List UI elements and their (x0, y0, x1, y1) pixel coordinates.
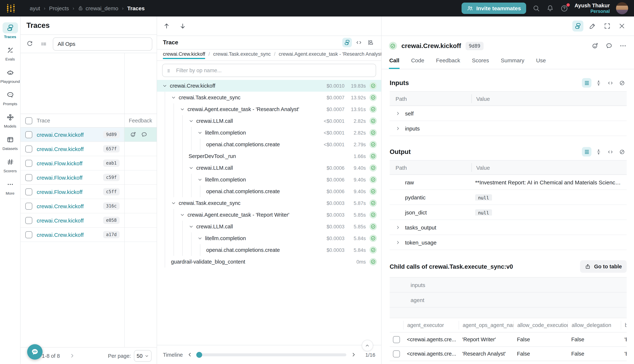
chevron-down-icon[interactable] (162, 83, 168, 88)
chevron-down-icon[interactable] (180, 107, 186, 112)
tree-view-icon[interactable] (572, 20, 583, 32)
col-allow-code-execution[interactable]: allow_code_execution (513, 321, 568, 330)
table-row[interactable]: crewai.Crew.kickoff e058 (21, 213, 157, 228)
table-row[interactable]: crewai.Flow.kickoff eab1 (21, 156, 157, 170)
sidebar-item-models[interactable]: Models (0, 109, 20, 131)
row-checkbox[interactable] (25, 131, 32, 138)
trace-tree-row[interactable]: crewai.Task.execute_sync $0.0003 5.87s (157, 197, 381, 209)
chevron-down-icon[interactable] (171, 200, 177, 206)
chevron-right-icon[interactable] (396, 225, 401, 230)
inputs-row-inputs[interactable]: inputs (390, 121, 627, 136)
tab-code[interactable]: Code (411, 56, 425, 69)
arrow-down-icon[interactable] (179, 22, 186, 30)
comment-icon[interactable] (605, 42, 613, 50)
table-row[interactable]: crewai.Flow.kickoff c5ff (21, 185, 157, 199)
code-view-icon[interactable] (605, 78, 615, 88)
breadcrumb-section[interactable]: Projects (49, 5, 69, 11)
go-to-table-button[interactable]: Go to table (580, 260, 627, 273)
output-row-json-dict[interactable]: json_dict null (390, 205, 627, 220)
code-view-icon[interactable] (605, 147, 615, 156)
chevron-down-icon[interactable] (197, 177, 203, 182)
trace-tree-row[interactable]: guardrail-validate_blog_content 0ms (157, 256, 381, 268)
flame-graph-icon[interactable] (366, 38, 375, 47)
sidebar-item-scorers[interactable]: Scorers (0, 154, 20, 176)
row-checkbox[interactable] (393, 336, 400, 343)
wandb-logo-icon[interactable] (6, 3, 16, 13)
chevron-down-icon[interactable] (180, 212, 186, 217)
expand-vertical-icon[interactable] (594, 147, 603, 156)
kebab-menu-icon[interactable] (619, 42, 627, 50)
fullscreen-icon[interactable] (602, 20, 613, 32)
arrow-up-icon[interactable] (163, 22, 170, 30)
sidebar-item-traces[interactable]: Traces (0, 20, 20, 42)
trace-tree-row[interactable]: litellm.completion <$0.0001 2.82s (157, 127, 381, 138)
raw-value[interactable]: **Investment Report: AI in Chemical and … (471, 179, 627, 185)
table-row[interactable]: crewai.Crew.kickoff 9d89 (21, 128, 157, 142)
chevron-down-icon[interactable] (189, 165, 194, 170)
hide-icon[interactable] (617, 78, 627, 88)
table-row[interactable]: crewai.Crew.kickoff 657f (21, 142, 157, 156)
output-row-raw[interactable]: raw **Investment Report: AI in Chemical … (390, 175, 627, 190)
sidebar-item-playground[interactable]: Playground (0, 64, 20, 86)
sidebar-item-more[interactable]: More (0, 176, 20, 198)
invite-teammates-button[interactable]: Invite teammates (462, 2, 526, 14)
trace-tree-row[interactable]: litellm.completion $0.0003 5.84s (157, 232, 381, 244)
list-view-icon[interactable] (582, 78, 591, 88)
chat-bubble-button[interactable] (27, 344, 43, 360)
op-filter-input[interactable] (175, 67, 372, 74)
table-row[interactable]: crewai.Flow.kickoff c59f (21, 170, 157, 185)
trace-crumb-tab[interactable]: crewai.Crew.kickoff (163, 50, 205, 59)
row-checkbox[interactable] (25, 202, 32, 210)
search-icon[interactable] (532, 4, 540, 12)
close-icon[interactable] (616, 20, 627, 32)
columns-filter-icon[interactable] (39, 39, 49, 48)
trace-crumb-tab[interactable]: crewai.Agent.execute_task - 'Research An… (279, 50, 381, 57)
sidebar-item-prompts[interactable]: Prompts (0, 86, 20, 109)
help-icon[interactable] (560, 4, 568, 12)
trace-tree-row[interactable]: crewai.LLM.call $0.0003 5.85s (157, 221, 381, 232)
emoji-add-icon[interactable] (591, 42, 599, 50)
tree-view-icon[interactable] (342, 38, 352, 47)
timeline-slider-thumb[interactable] (196, 352, 202, 358)
trace-tree-row[interactable]: crewai.Task.execute_sync $0.0007 13.92s (157, 92, 381, 103)
tab-feedback[interactable]: Feedback (436, 56, 461, 69)
col-backstory[interactable]: b (621, 321, 627, 330)
col-agent-executor[interactable]: agent_executor (403, 321, 459, 330)
chevron-right-icon[interactable] (396, 126, 401, 131)
user-menu[interactable]: Ayush Thakur Personal (574, 2, 610, 14)
select-all-checkbox[interactable] (25, 117, 32, 124)
trace-crumb-tab[interactable]: crewai.Task.execute_sync (213, 50, 271, 57)
chevron-down-icon[interactable] (197, 130, 203, 135)
trace-tree-row[interactable]: crewai.LLM.call $0.0006 9.40s (157, 162, 381, 174)
row-checkbox[interactable] (393, 350, 400, 357)
trace-tree-row[interactable]: crewai.Crew.kickoff $0.0010 19.83s (157, 80, 381, 92)
row-checkbox[interactable] (25, 160, 32, 166)
chevron-right-icon[interactable] (396, 240, 401, 245)
refresh-icon[interactable] (25, 39, 35, 48)
row-checkbox[interactable] (25, 145, 32, 152)
sidebar-item-evals[interactable]: Evals (0, 42, 20, 64)
tab-scores[interactable]: Scores (471, 56, 489, 69)
child-call-row[interactable]: <crewai.agents.cre... 'Research Analyst'… (390, 347, 627, 361)
trace-tree-row[interactable]: openai.chat.completions.create $0.0003 5… (157, 244, 381, 256)
row-checkbox[interactable] (25, 231, 32, 238)
avatar[interactable] (616, 2, 628, 14)
trace-tree-row[interactable]: openai.chat.completions.create <$0.0001 … (157, 138, 381, 150)
trace-tree-row[interactable]: openai.chat.completions.create $0.0006 9… (157, 186, 381, 197)
trace-tree-row[interactable]: litellm.completion $0.0006 9.40s (157, 174, 381, 186)
chevron-down-icon[interactable] (189, 224, 194, 229)
ops-filter-select[interactable]: All Ops (53, 37, 152, 50)
breadcrumb-entity[interactable]: ayut (30, 5, 40, 11)
trace-column-header[interactable]: Trace (37, 118, 124, 124)
trace-tree-row[interactable]: crewai.Agent.execute_task - 'Report Writ… (157, 209, 381, 221)
inputs-row-self[interactable]: self (390, 106, 627, 121)
breadcrumb-page[interactable]: Traces (127, 5, 145, 11)
row-checkbox[interactable] (25, 217, 32, 224)
chevron-down-icon[interactable] (171, 95, 177, 100)
bell-icon[interactable] (546, 4, 554, 12)
chevron-right-icon[interactable] (396, 111, 401, 116)
child-call-row[interactable]: <crewai.agents.cre... 'Report Writer' Fa… (390, 332, 627, 347)
timeline-prev-icon[interactable] (187, 352, 193, 358)
chevron-down-icon[interactable] (197, 236, 203, 241)
timeline-slider[interactable] (197, 353, 346, 356)
